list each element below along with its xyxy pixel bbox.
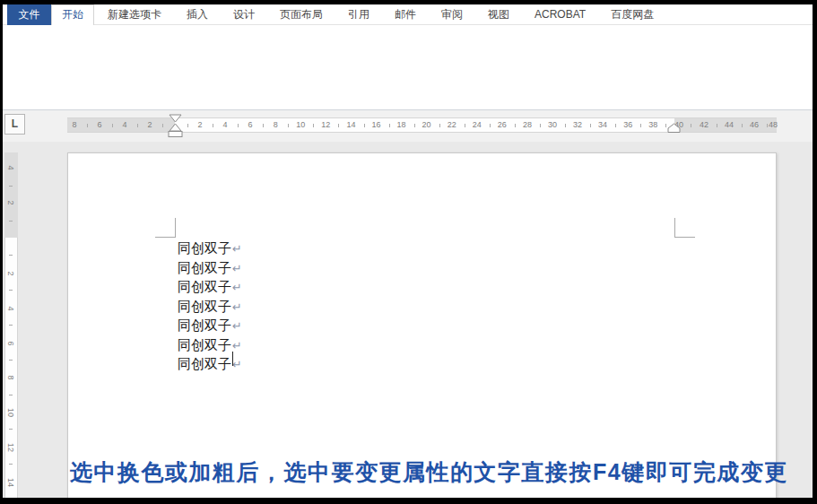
hanging-indent-marker — [169, 124, 181, 131]
document-page[interactable] — [67, 152, 777, 502]
ruler-tick — [691, 124, 691, 127]
tab-new-tab[interactable]: 新建选项卡 — [95, 4, 174, 25]
ruler-number: 20 — [422, 120, 431, 129]
ruler-tick — [565, 124, 566, 127]
ruler-tick — [9, 186, 13, 187]
ruler-tick — [742, 124, 743, 127]
tab-page-layout[interactable]: 页面布局 — [267, 4, 335, 25]
ruler-tick — [364, 124, 365, 127]
ruler-tick — [490, 124, 491, 127]
ruler-tick — [389, 124, 390, 127]
ruler-number: 8 — [72, 120, 76, 129]
tab-references[interactable]: 引用 — [335, 4, 382, 25]
document-line[interactable]: 同创双子↵ — [178, 259, 242, 279]
line-text: 同创双子 — [178, 279, 231, 294]
tab-mailings[interactable]: 邮件 — [382, 4, 429, 25]
ruler-tick — [112, 124, 113, 127]
ruler-number: 2 — [197, 120, 202, 129]
ruler-tick — [313, 124, 314, 127]
frame-bottom — [0, 498, 817, 504]
ruler-number: 48 — [769, 120, 778, 129]
document-line[interactable]: 同创双子↵ — [178, 317, 242, 336]
ruler-number: 4 — [223, 120, 228, 129]
ruler-number: 2 — [147, 120, 152, 129]
document-line[interactable]: 同创双子↵ — [178, 239, 242, 259]
line-text: 同创双子 — [178, 317, 231, 333]
ruler-number: 4 — [122, 120, 126, 129]
ruler-number: 18 — [397, 120, 406, 129]
frame-top — [0, 0, 817, 4]
ruler-number: 46 — [750, 120, 759, 129]
ruler-number: 32 — [573, 120, 582, 129]
right-indent-marker[interactable] — [667, 123, 681, 134]
ruler-tick — [87, 124, 88, 127]
ruler-number: 36 — [623, 120, 632, 129]
ruler-number: 12 — [321, 120, 330, 129]
tab-home-active[interactable]: 开始 — [51, 4, 94, 25]
line-text: 同创双子 — [178, 299, 231, 314]
ribbon-bottom-border — [3, 109, 813, 110]
ruler-number: 26 — [498, 120, 507, 129]
tab-stop-selector[interactable]: L — [4, 114, 25, 135]
document-line[interactable]: 同创双子↵ — [178, 278, 242, 298]
ruler-number: 10 — [6, 405, 15, 420]
ruler-tick — [515, 124, 516, 127]
tab-insert[interactable]: 插入 — [174, 4, 221, 25]
ruler-tick — [9, 464, 13, 465]
line-text: 同创双子 — [178, 240, 231, 256]
ruler-tick — [767, 124, 768, 127]
ruler-tick — [162, 124, 163, 127]
line-text: 同创双子 — [178, 356, 231, 371]
ruler-number: 2 — [6, 196, 15, 210]
ribbon-tab-bar: 新建选项卡 插入 设计 页面布局 引用 邮件 审阅 视图 ACROBAT 百度网… — [95, 4, 666, 25]
tab-design[interactable]: 设计 — [221, 4, 267, 25]
ruler-number: 12 — [6, 440, 15, 455]
ruler-number: 8 — [274, 120, 278, 129]
ruler-tick — [9, 290, 13, 291]
tab-file[interactable]: 文件 — [7, 4, 51, 25]
ruler-tick — [590, 124, 591, 127]
ruler-tick — [414, 124, 415, 127]
tab-acrobat[interactable]: ACROBAT — [522, 4, 598, 25]
ruler-tick — [717, 124, 717, 127]
ruler-left-margin — [67, 118, 175, 132]
ruler-tick — [439, 124, 440, 127]
first-line-indent-marker — [169, 115, 181, 122]
left-indent-marker — [169, 132, 182, 137]
ruler-tick — [9, 395, 13, 395]
tab-view[interactable]: 视图 — [475, 4, 522, 25]
ruler-tick — [640, 124, 641, 127]
ruler-tick — [9, 360, 13, 361]
text-boundary-corner-left — [155, 218, 176, 238]
ruler-tick — [288, 124, 289, 127]
paragraph-mark-icon: ↵ — [232, 319, 242, 333]
document-line[interactable]: 同创双子↵ — [178, 298, 242, 317]
ruler-number: 16 — [371, 120, 380, 129]
line-text: 同创双子 — [178, 337, 231, 352]
tab-review[interactable]: 审阅 — [429, 4, 475, 25]
ruler-tick — [465, 124, 465, 127]
ruler-number: 4 — [6, 161, 15, 175]
ruler-number: 10 — [296, 120, 305, 129]
ruler-number: 14 — [346, 120, 355, 129]
paragraph-mark-icon: ↵ — [232, 281, 242, 294]
word-window: 文件 开始 新建选项卡 插入 设计 页面布局 引用 邮件 审阅 视图 ACROB… — [0, 0, 817, 504]
ruler-number: 42 — [700, 120, 708, 129]
ruler-number: 28 — [523, 120, 532, 129]
ruler-number: 38 — [648, 120, 657, 129]
paragraph-mark-icon: ↵ — [232, 300, 242, 314]
ruler-tick — [338, 124, 339, 127]
ruler-tick — [187, 124, 188, 127]
ruler-number: 6 — [6, 336, 15, 351]
ruler-number: 44 — [725, 120, 734, 129]
ruler-tick — [238, 124, 239, 127]
frame-left — [0, 0, 3, 504]
ruler-tick — [9, 429, 13, 430]
indent-markers[interactable] — [168, 114, 183, 138]
ruler-tick — [9, 221, 13, 222]
ruler-tick — [540, 124, 541, 127]
text-cursor — [232, 352, 233, 366]
frame-right — [813, 0, 817, 504]
ruler-tick — [263, 124, 264, 127]
tab-baidu-netdisk[interactable]: 百度网盘 — [598, 4, 666, 25]
